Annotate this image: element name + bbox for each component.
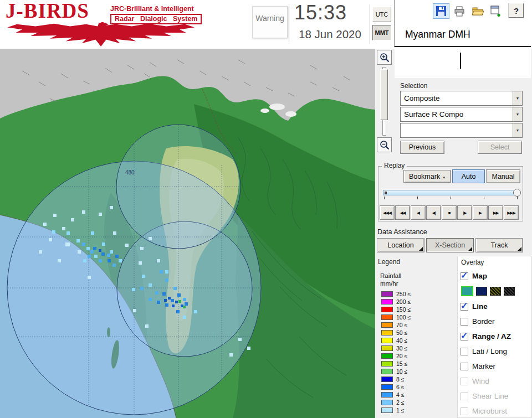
chevron-down-icon[interactable]: [513, 91, 522, 105]
overlay-checkbox-label: Range / AZ: [472, 332, 511, 340]
save-button[interactable]: [433, 3, 449, 19]
export-icon: [490, 5, 502, 17]
previous-button[interactable]: Previous: [400, 141, 444, 154]
legend-entry: 100 ≤: [381, 313, 411, 321]
playback-button[interactable]: ◀: [411, 205, 426, 220]
data-assistance-button[interactable]: Location: [377, 238, 424, 252]
slider-tick: [484, 197, 484, 199]
legend-entry: 70 ≤: [381, 321, 411, 329]
radar-map[interactable]: 480: [0, 49, 375, 418]
legend-color-swatch: [381, 291, 393, 297]
chevron-down-icon[interactable]: [513, 107, 522, 121]
overlay-checkbox-label: Line: [472, 302, 488, 311]
checkbox-icon[interactable]: [461, 407, 468, 415]
overlay-checkbox-row[interactable]: Line: [458, 299, 531, 314]
data-assistance-button[interactable]: Track: [475, 238, 523, 252]
overlay-checkbox-row[interactable]: Border: [458, 314, 531, 329]
map-style-swatch[interactable]: [504, 287, 515, 296]
composite-dropdown[interactable]: Composite: [400, 91, 523, 106]
utc-button[interactable]: UTC: [372, 7, 391, 22]
zoom-out-button[interactable]: [377, 137, 392, 152]
text-caret: [460, 53, 461, 69]
playback-button[interactable]: ◀|: [426, 205, 441, 220]
map-style-swatch[interactable]: [461, 286, 473, 296]
checkbox-icon[interactable]: [461, 333, 468, 340]
checkbox-icon[interactable]: [461, 348, 468, 355]
replay-slider-track[interactable]: [383, 190, 519, 195]
legend-entry: 1 ≤: [381, 406, 411, 414]
data-assistance-label: Data Assistance: [377, 228, 427, 236]
data-assistance-button-label: Location: [387, 241, 413, 249]
legend-color-swatch: [381, 407, 393, 413]
legend-entry-label: 100 ≤: [396, 314, 411, 321]
legend-entry-label: 6 ≤: [396, 384, 405, 390]
overlay-checkbox-row[interactable]: Marker: [458, 359, 531, 374]
checkbox-icon[interactable]: [461, 303, 468, 311]
overlay-checkbox-row[interactable]: Microburst: [458, 404, 531, 418]
checkbox-icon[interactable]: [461, 318, 468, 326]
legend-entry-label: 50 ≤: [396, 329, 407, 336]
zoom-slider-thumb[interactable]: [380, 69, 388, 120]
bookmark-button[interactable]: Bookmark: [403, 170, 451, 183]
export-button[interactable]: [488, 3, 504, 19]
playback-button[interactable]: ◀◀: [395, 205, 410, 220]
overlay-checkbox-label: Border: [472, 317, 495, 326]
selection-label: Selection: [400, 82, 427, 90]
print-icon: [453, 5, 466, 17]
overlay-checkbox-row[interactable]: Shear Line: [458, 389, 531, 404]
save-icon: [435, 5, 447, 17]
checkbox-icon[interactable]: [461, 378, 468, 385]
print-button[interactable]: [451, 3, 468, 19]
checkbox-icon[interactable]: [461, 272, 468, 280]
corner-dropdown-icon: [518, 247, 521, 251]
auto-button[interactable]: Auto: [452, 169, 485, 183]
legend-entry-label: 200 ≤: [396, 298, 411, 305]
playback-button[interactable]: ▶: [473, 205, 488, 220]
replay-group-label: Replay: [382, 162, 407, 169]
map-style-swatch[interactable]: [490, 287, 501, 296]
surface-dropdown[interactable]: Surface R Compo: [400, 107, 523, 122]
legend-entry-label: 70 ≤: [396, 322, 407, 328]
replay-slider-thumb[interactable]: [513, 189, 521, 197]
playback-button[interactable]: ■: [442, 205, 457, 220]
data-assistance-button[interactable]: X-Section: [426, 238, 474, 252]
station-underline: [395, 46, 531, 47]
overlay-checkbox-row[interactable]: Lati / Long: [458, 344, 531, 359]
third-dropdown[interactable]: [400, 123, 523, 138]
playback-button[interactable]: ▶▶: [488, 205, 503, 220]
header-divider: [289, 6, 289, 42]
overlay-checkbox-row[interactable]: Wind: [458, 374, 531, 389]
mmt-button[interactable]: MMT: [372, 25, 391, 40]
open-file-button[interactable]: [469, 3, 486, 19]
map-style-swatch[interactable]: [476, 287, 487, 296]
chevron-down-icon[interactable]: [513, 123, 522, 137]
help-button[interactable]: ?: [509, 3, 524, 18]
zoom-slider[interactable]: [380, 67, 388, 136]
playback-button[interactable]: |▶: [457, 205, 472, 220]
warning-button[interactable]: Warning: [252, 6, 288, 38]
playback-button[interactable]: ▶▶▶: [504, 205, 519, 220]
legend-color-swatch: [381, 384, 393, 390]
overlay-checkbox-row[interactable]: Map: [458, 269, 531, 283]
manual-button[interactable]: Manual: [486, 169, 520, 183]
legend-entry: 40 ≤: [381, 337, 411, 344]
slider-tick: [451, 197, 451, 199]
legend-color-swatch: [381, 322, 393, 328]
zoom-in-button[interactable]: [377, 50, 392, 65]
legend-entry-label: 10 ≤: [396, 368, 407, 375]
checkbox-icon[interactable]: [461, 393, 468, 400]
select-button[interactable]: Select: [478, 141, 522, 154]
data-assistance-buttons: Location X-Section Track: [377, 238, 523, 252]
product-list-box[interactable]: [395, 49, 531, 78]
legend-entry: 150 ≤: [381, 306, 411, 313]
legend-entry-label: 15 ≤: [396, 360, 407, 367]
playback-button[interactable]: ◀◀◀: [380, 205, 395, 220]
replay-slider[interactable]: [383, 189, 519, 201]
checkbox-icon[interactable]: [461, 363, 468, 370]
overlay-checkbox-row[interactable]: Range / AZ: [458, 329, 531, 344]
legend-color-swatch: [381, 392, 393, 398]
legend-entry-label: 4 ≤: [396, 391, 405, 398]
slider-tick: [384, 197, 385, 199]
corner-dropdown-icon: [468, 247, 472, 251]
legend-entry: 8 ≤: [381, 375, 411, 383]
